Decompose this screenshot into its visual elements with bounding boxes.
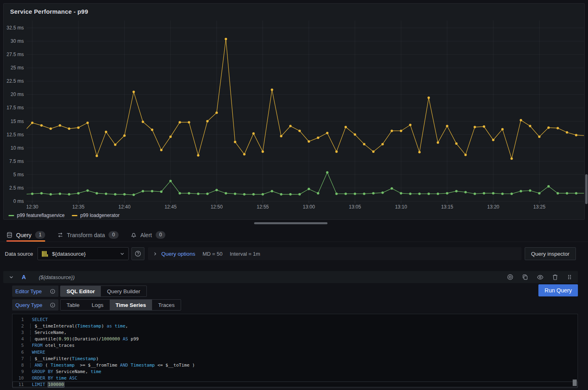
editor-type-chip: Editor Type [12, 286, 58, 297]
query-type-option-logs[interactable]: Logs [85, 300, 109, 310]
y-axis-label: 7.5 ms [9, 159, 24, 164]
x-axis-label: 12:35 [72, 204, 84, 210]
code-line: 2 $__timeInterval(Timestamp) as time, [13, 323, 578, 329]
sql-token: 100000 [48, 382, 64, 387]
datasource-picker[interactable]: ${datasource} [38, 247, 129, 260]
line-number: 6 [13, 350, 24, 355]
sql-token: otel_traces [43, 343, 75, 348]
editor-type-option-query-builder[interactable]: Query Builder [101, 286, 146, 296]
y-axis-label: 10 ms [10, 145, 24, 151]
legend-item-featureflagservice[interactable]: p99 featureflagservice [8, 213, 65, 218]
tab-transform-data[interactable]: Transform data 0 [57, 228, 119, 242]
editor-type-option-sql-editor[interactable]: SQL Editor [60, 286, 101, 296]
timeseries-chart[interactable]: 0 ms2.5 ms5 ms7.5 ms10 ms12.5 ms15 ms17.… [4, 18, 584, 212]
indent-guide [30, 356, 31, 361]
y-axis-label: 0 ms [13, 198, 24, 204]
page-scrollbar-thumb[interactable] [585, 174, 588, 204]
query-options-link[interactable]: Query options [161, 251, 195, 257]
transform-icon [57, 232, 63, 238]
x-axis-label: 12:55 [256, 204, 269, 210]
sql-token: time [115, 323, 125, 329]
query-editor-row: A (${datasource}) Editor Type [3, 271, 578, 387]
editor-type-switch: SQL Editor Query Builder [60, 286, 147, 297]
query-inspector-button[interactable]: Query inspector [525, 247, 576, 260]
editor-scrollbar-thumb[interactable] [573, 380, 577, 386]
sql-editor[interactable]: 1SELECT2 $__timeInterval(Timestamp) as t… [12, 314, 578, 387]
info-circle-icon[interactable] [50, 302, 55, 308]
code-line: 3 ServiceName, [13, 329, 578, 336]
sql-token: Timestamp [131, 363, 155, 368]
run-query-button[interactable]: Run Query [538, 284, 578, 296]
x-axis-label: 12:45 [165, 204, 177, 210]
y-axis-label: 30 ms [10, 38, 24, 44]
line-number: 7 [13, 356, 24, 361]
database-icon [6, 232, 13, 238]
y-axis-label: 12.5 ms [6, 132, 24, 138]
sql-token: )(Duration)/ [69, 336, 101, 342]
x-axis-label: 13:05 [349, 204, 361, 210]
hide-response-eye-icon[interactable] [537, 274, 544, 281]
x-axis-label: 13:00 [303, 204, 315, 210]
sql-token: ) [101, 323, 106, 329]
query-options-bar: Query options MD = 50 Interval = 1m [148, 247, 521, 260]
legend-item-loadgenerator[interactable]: p99 loadgenerator [72, 213, 119, 218]
query-inspector-label: Query inspector [531, 251, 569, 257]
x-axis-label: 12:30 [26, 204, 38, 210]
code-text: $__timeInterval(Timestamp) as time, [24, 323, 128, 329]
code-text: ServiceName, [24, 330, 67, 335]
query-type-option-traces[interactable]: Traces [152, 300, 181, 310]
sql-token: <= $__toTime ) [155, 363, 195, 368]
sql-token: SELECT [32, 317, 48, 322]
sql-code: 1SELECT2 $__timeInterval(Timestamp) as t… [13, 316, 578, 388]
sql-token: ASC [69, 375, 77, 381]
delete-query-trash-icon[interactable] [552, 274, 558, 280]
transform-count-badge: 0 [108, 231, 119, 239]
code-line: 5FROM otel_traces [13, 342, 578, 349]
line-number: 5 [13, 343, 24, 348]
query-ref-id: A [22, 274, 26, 280]
sql-token: ServiceName, [53, 369, 91, 374]
drag-handle-icon[interactable] [567, 274, 572, 280]
record-icon[interactable] [507, 274, 513, 280]
duplicate-query-icon[interactable] [522, 274, 528, 280]
chevron-down-icon [120, 251, 125, 256]
query-count-badge: 1 [35, 231, 45, 239]
panel-title: Service Performance - p99 [10, 8, 88, 15]
code-text: AND ( Timestamp >= $__fromTime AND Times… [24, 363, 195, 368]
code-text: ORDER BY time ASC [24, 375, 77, 381]
info-circle-icon[interactable] [50, 289, 55, 294]
query-type-chip: Query Type [12, 299, 58, 311]
indent-guide [30, 323, 31, 329]
sql-token: as [106, 323, 112, 329]
query-type-option-time-series[interactable]: Time Series [110, 300, 152, 310]
sql-token: time [56, 375, 67, 381]
sql-token: $__timeInterval( [35, 323, 77, 329]
tab-label: Query [16, 232, 31, 238]
sql-token: GROUP BY [32, 369, 53, 374]
chevron-right-icon[interactable] [153, 252, 157, 256]
datasource-help-button[interactable] [131, 247, 144, 260]
sql-token: Timestamp [50, 363, 75, 368]
query-row-header[interactable]: A (${datasource}) [3, 271, 578, 283]
horizontal-scrollbar[interactable] [254, 222, 327, 224]
tab-query[interactable]: Query 1 [6, 228, 45, 242]
indent-guide [30, 336, 31, 342]
sql-token [53, 375, 56, 381]
question-circle-icon [135, 250, 141, 257]
tab-alert[interactable]: Alert 0 [131, 228, 165, 242]
sql-token: AS [123, 336, 128, 342]
series-p99-loadgenerator [22, 38, 584, 160]
x-axis-label: 13:20 [487, 204, 499, 210]
indent-guide [30, 363, 31, 368]
code-line: 9GROUP BY ServiceName, time [13, 369, 578, 375]
sql-token: ) [96, 356, 99, 361]
datasource-label: Data source [5, 251, 33, 257]
x-axis-label: 12:50 [211, 204, 223, 210]
grid-layer [27, 21, 584, 203]
sql-token [67, 375, 69, 381]
line-number: 4 [13, 336, 24, 342]
query-type-option-table[interactable]: Table [60, 300, 85, 310]
query-row-actions [507, 274, 572, 281]
line-number: 11 [13, 382, 24, 387]
collapse-chevron-icon[interactable] [9, 275, 14, 279]
